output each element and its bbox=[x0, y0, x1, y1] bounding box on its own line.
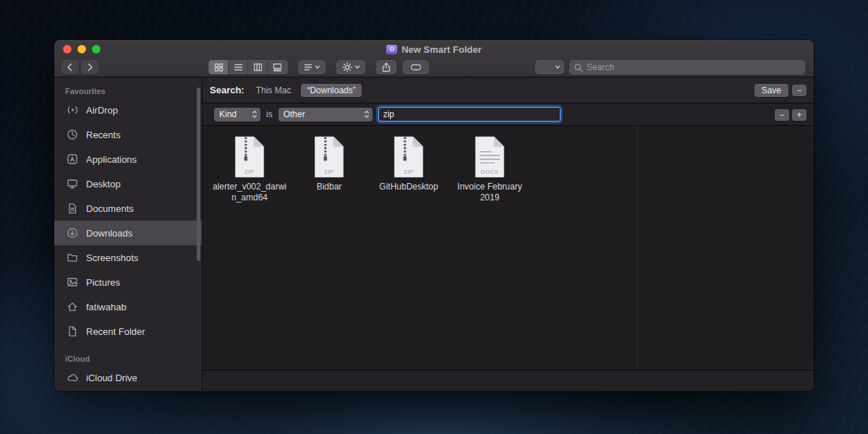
remove-criterion-button[interactable]: − bbox=[775, 109, 789, 121]
kind-popup-value: Kind bbox=[219, 109, 237, 119]
sidebar-item-label: Recents bbox=[86, 129, 121, 140]
other-popup[interactable]: Other bbox=[278, 108, 373, 122]
downloads-icon bbox=[65, 227, 80, 239]
scope-this-mac[interactable]: This Mac bbox=[256, 85, 292, 95]
sidebar-item-label: Documents bbox=[86, 203, 134, 214]
icon-view-button[interactable] bbox=[209, 60, 229, 75]
file-name: Bidbar bbox=[290, 182, 368, 192]
scope-popup[interactable] bbox=[535, 60, 564, 75]
sidebar-item-downloads[interactable]: Downloads bbox=[54, 221, 202, 245]
kind-popup[interactable]: Kind bbox=[214, 108, 260, 122]
content-pane: Search: This Mac “Downloads” Save − Kind bbox=[203, 77, 814, 391]
sidebar-scrollbar[interactable] bbox=[197, 88, 200, 261]
group-by-dropdown[interactable] bbox=[298, 60, 326, 75]
toolbar-search-field[interactable] bbox=[569, 60, 805, 75]
documents-icon bbox=[65, 203, 80, 214]
add-criterion-button[interactable]: + bbox=[792, 109, 807, 121]
sidebar-item-desktop[interactable]: Desktop bbox=[54, 171, 202, 196]
file-item[interactable]: DOCX Invoice February 2019 bbox=[451, 136, 529, 203]
chevron-down-icon bbox=[315, 65, 320, 69]
sidebar-item-label: fatiwahab bbox=[86, 302, 127, 312]
sidebar-item-documents[interactable]: Documents bbox=[54, 196, 202, 221]
desktop-icon bbox=[65, 178, 80, 190]
gallery-view-button[interactable] bbox=[268, 60, 287, 75]
share-button[interactable] bbox=[376, 60, 396, 75]
document-icon bbox=[65, 326, 80, 337]
gallery-view-icon bbox=[273, 63, 282, 72]
file-name: GitHubDesktop bbox=[370, 182, 448, 192]
tag-icon bbox=[410, 64, 422, 71]
gear-icon bbox=[342, 62, 352, 72]
icloud-drive-icon bbox=[65, 372, 80, 383]
sidebar-item-label: Pictures bbox=[86, 277, 120, 288]
zip-file-icon: ZIP bbox=[233, 136, 266, 178]
updown-chevrons-icon bbox=[364, 109, 370, 119]
search-input[interactable] bbox=[587, 62, 801, 72]
is-label: is bbox=[266, 109, 273, 119]
toolbar bbox=[54, 59, 814, 77]
search-icon bbox=[574, 63, 583, 72]
file-item[interactable]: ZIP alerter_v002_darwin_amd64 bbox=[210, 136, 289, 203]
file-name: Invoice February 2019 bbox=[451, 182, 529, 203]
forward-button[interactable] bbox=[81, 60, 98, 75]
list-view-button[interactable] bbox=[229, 60, 248, 75]
file-item[interactable]: ZIP Bidbar bbox=[290, 136, 368, 192]
pictures-icon bbox=[65, 276, 80, 288]
tag-button[interactable] bbox=[403, 60, 429, 75]
zip-file-icon: ZIP bbox=[392, 136, 425, 178]
sidebar-item-screenshots[interactable]: Screenshots bbox=[54, 245, 202, 270]
search-scope-bar: Search: This Mac “Downloads” Save − bbox=[203, 77, 814, 103]
finder-window: ⚙ New Smart Folder bbox=[54, 40, 814, 391]
home-icon bbox=[65, 301, 80, 312]
sidebar-item-label: Screenshots bbox=[86, 252, 138, 263]
sidebar-item-airdrop[interactable]: AirDrop bbox=[54, 98, 202, 122]
column-view-button[interactable] bbox=[248, 60, 268, 75]
status-bar bbox=[203, 370, 814, 391]
updown-chevrons-icon bbox=[252, 109, 258, 119]
sidebar-item-label: Desktop bbox=[86, 179, 121, 190]
sidebar-item-applications[interactable]: Applications bbox=[54, 147, 202, 171]
docx-file-icon: DOCX bbox=[473, 136, 506, 178]
svg-text:DOCX: DOCX bbox=[481, 169, 498, 175]
sidebar-item-recent-folder[interactable]: Recent Folder bbox=[54, 319, 202, 344]
view-switcher bbox=[208, 60, 288, 75]
sidebar-item-icloud-drive[interactable]: iCloud Drive bbox=[54, 365, 202, 390]
criteria-value-input[interactable] bbox=[378, 107, 561, 122]
file-item[interactable]: ZIP GitHubDesktop bbox=[370, 136, 448, 192]
airdrop-icon bbox=[65, 104, 80, 116]
back-button[interactable] bbox=[61, 60, 79, 75]
sidebar-item-pictures[interactable]: Pictures bbox=[54, 270, 202, 294]
chevron-down-icon bbox=[354, 65, 360, 69]
chevron-down-icon bbox=[555, 65, 561, 69]
smart-folder-icon: ⚙ bbox=[386, 45, 397, 54]
title-bar[interactable]: ⚙ New Smart Folder bbox=[54, 40, 814, 59]
sidebar-item-home[interactable]: fatiwahab bbox=[54, 294, 202, 319]
search-label: Search: bbox=[210, 85, 244, 95]
desktop-background: ⚙ New Smart Folder bbox=[0, 0, 868, 434]
favourites-header: Favourites bbox=[54, 85, 202, 98]
remove-search-button[interactable]: − bbox=[792, 85, 807, 96]
svg-text:ZIP: ZIP bbox=[404, 169, 414, 175]
sidebar-item-recents[interactable]: Recents bbox=[54, 122, 202, 147]
chevron-right-icon bbox=[85, 62, 94, 72]
sidebar-item-label: Recent Folder bbox=[86, 326, 145, 337]
window-title: ⚙ New Smart Folder bbox=[54, 40, 814, 59]
list-view-icon bbox=[234, 63, 243, 72]
clock-icon bbox=[65, 129, 80, 140]
file-name: alerter_v002_darwin_amd64 bbox=[210, 182, 289, 203]
icloud-header: iCloud bbox=[54, 352, 202, 365]
svg-text:ZIP: ZIP bbox=[324, 169, 334, 175]
scope-downloads-token[interactable]: “Downloads” bbox=[301, 84, 361, 97]
sidebar-item-label: AirDrop bbox=[86, 105, 118, 116]
save-button[interactable]: Save bbox=[754, 84, 788, 97]
folder-icon bbox=[65, 252, 80, 263]
action-dropdown[interactable] bbox=[336, 60, 365, 75]
criteria-row: Kind is Other − + bbox=[203, 103, 814, 126]
column-view-icon bbox=[253, 63, 263, 72]
sidebar: Favourites AirDrop Recents bbox=[54, 77, 203, 391]
other-popup-value: Other bbox=[284, 109, 305, 119]
svg-text:ZIP: ZIP bbox=[244, 169, 255, 175]
file-results-area[interactable]: ZIP alerter_v002_darwin_amd64 ZIP bbox=[203, 126, 814, 370]
share-icon bbox=[382, 62, 391, 72]
zip-file-icon: ZIP bbox=[312, 136, 346, 178]
